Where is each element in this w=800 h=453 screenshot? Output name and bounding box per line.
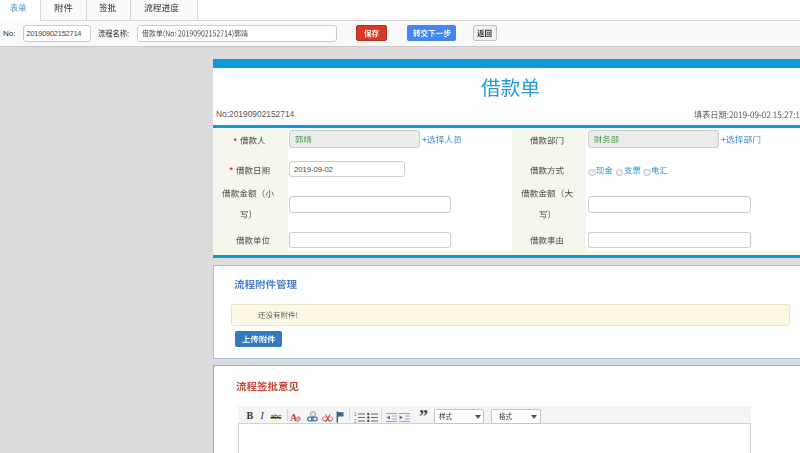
svg-text:1: 1 [354, 412, 357, 417]
svg-text:2: 2 [354, 419, 357, 424]
